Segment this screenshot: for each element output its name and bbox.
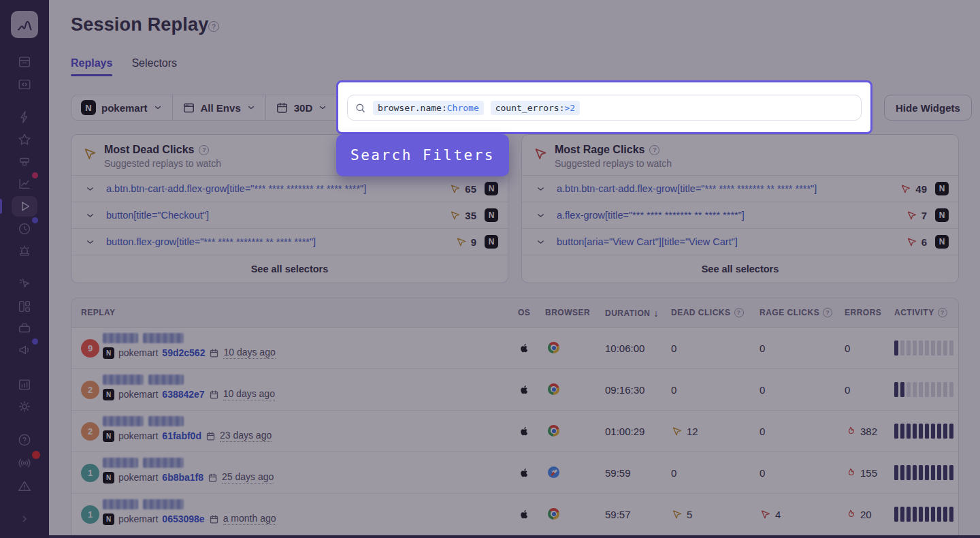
search-filters-tooltip: Search Filters	[336, 134, 509, 176]
filter-chip-browser-name[interactable]: browser.name:Chrome	[373, 101, 484, 115]
filter-chip-count-errors[interactable]: count_errors:>2	[491, 101, 580, 115]
search-input[interactable]: browser.name:Chrome count_errors:>2	[347, 95, 862, 121]
search-spotlight: browser.name:Chrome count_errors:>2	[336, 80, 872, 134]
session-replay-page: Session Replay ? Replays Selectors N pok…	[0, 0, 980, 538]
search-icon	[355, 102, 366, 114]
